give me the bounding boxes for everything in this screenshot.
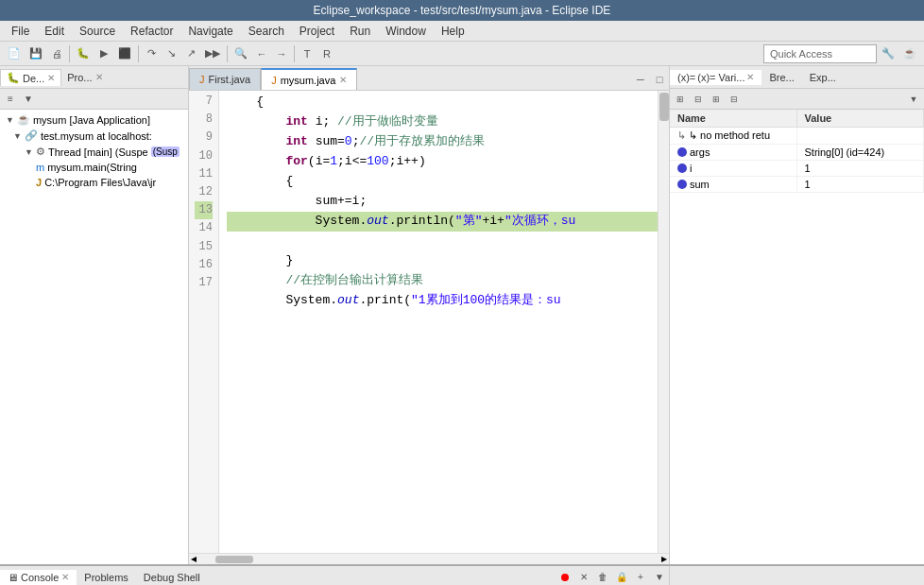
editor-tab-minimize[interactable]: ─ [631, 69, 650, 90]
bottom-panel-inner: 🖥 Console ✕ Problems Debug Shell ✕ 🗑 🔒 +… [0, 566, 924, 585]
menu-navigate[interactable]: Navigate [180, 23, 240, 40]
tb-step-into[interactable]: ↘ [162, 43, 180, 64]
hscroll-track [197, 556, 661, 563]
tb-perspective2[interactable]: ☕ [899, 43, 920, 64]
tree-item-mysum-app[interactable]: ☕ mysum [Java Application] [2, 112, 186, 128]
rt-btn2[interactable]: ⊟ [690, 91, 707, 108]
menu-bar: File Edit Source Refactor Navigate Searc… [0, 21, 924, 42]
ln-8: 8 [195, 111, 213, 129]
vars-row-i[interactable]: i 1 [670, 161, 924, 177]
left-tab-project-close[interactable]: ✕ [95, 72, 103, 82]
vars-val-2: 1 [797, 161, 925, 176]
right-tab-vars-label: (x)= Vari... [697, 72, 744, 83]
left-tabs: 🐛 De... ✕ Pro... ✕ [0, 66, 188, 89]
console-tab-console[interactable]: 🖥 Console ✕ [0, 570, 77, 585]
tree-item-jre-path[interactable]: C:\Program Files\Java\jr [2, 175, 186, 190]
tb-print-btn[interactable]: 🖨 [47, 43, 66, 64]
tb-sep3 [227, 45, 228, 62]
menu-project[interactable]: Project [292, 23, 342, 40]
right-tab-breakpoints[interactable]: Bre... [761, 70, 801, 85]
menu-help[interactable]: Help [434, 23, 472, 40]
tb-step-over[interactable]: ↷ [142, 43, 161, 64]
tree-item-test-mysum[interactable]: 🔗 test.mysum at localhost: [2, 128, 186, 144]
editor-tab-mysum-close[interactable]: ✕ [339, 75, 347, 85]
lt-collapse-btn[interactable]: ≡ [2, 91, 19, 108]
code-line-10: for(i=1;i<=100;i++) [227, 152, 661, 172]
console-scroll-lock[interactable]: 🔒 [612, 568, 631, 586]
ln-10: 10 [195, 147, 213, 165]
vars-row-sum[interactable]: sum 1 [670, 177, 924, 193]
tb-sep1 [69, 45, 70, 62]
menu-file[interactable]: File [4, 23, 37, 40]
editor-tab-first[interactable]: J First.java [189, 68, 261, 90]
vars-row-args[interactable]: args String[0] (id=424) [670, 145, 924, 161]
menu-window[interactable]: Window [378, 23, 434, 40]
ln-15: 15 [195, 238, 213, 256]
console-tab-problems[interactable]: Problems [77, 570, 135, 585]
code-vscrollbar[interactable] [658, 91, 669, 553]
tb-perspective1[interactable]: 🔧 [878, 43, 898, 64]
console-tabs: 🖥 Console ✕ Problems Debug Shell ✕ 🗑 🔒 +… [0, 566, 669, 585]
left-tab-project[interactable]: Pro... ✕ [61, 70, 108, 85]
menu-refactor[interactable]: Refactor [123, 23, 180, 40]
right-tab-variables[interactable]: (x)= (x)= Vari... ✕ [670, 70, 761, 85]
console-tab-debug-shell[interactable]: Debug Shell [136, 570, 208, 585]
right-tab-expressions[interactable]: Exp... [802, 70, 844, 85]
editor-tab-mysum[interactable]: J mysum.java ✕ [261, 68, 357, 90]
rt-btn3[interactable]: ⊞ [708, 91, 725, 108]
tb-new-btn[interactable]: 📄 [4, 43, 25, 64]
main-layout: 🐛 De... ✕ Pro... ✕ ≡ ▼ ☕ mysum [Java App… [0, 66, 924, 564]
console-clear-btn[interactable]: 🗑 [593, 568, 612, 586]
tb-debug-btn[interactable]: 🐛 [73, 43, 94, 64]
hscroll-right[interactable]: ▶ [661, 555, 667, 563]
code-editor[interactable]: { int i; //用于做临时变量 int sum=0;//用于存放累加的结果… [219, 91, 669, 553]
console-tab-close[interactable]: ✕ [61, 572, 69, 582]
tree-item-mysum-main[interactable]: mysum.main(String [2, 160, 186, 175]
menu-edit[interactable]: Edit [37, 23, 72, 40]
console-new-btn[interactable]: + [631, 568, 650, 586]
bottom-panel: 🖥 Console ✕ Problems Debug Shell ✕ 🗑 🔒 +… [0, 564, 924, 585]
var-icon-args [677, 147, 687, 157]
scroll-thumb [659, 93, 669, 121]
console-close-btn[interactable]: ✕ [574, 568, 593, 586]
rt-menu-btn[interactable]: ▼ [905, 91, 922, 108]
editor-tab-maximize[interactable]: □ [650, 69, 669, 90]
menu-run[interactable]: Run [342, 23, 378, 40]
tb-back-btn[interactable]: ← [252, 43, 271, 64]
left-tab-debug-label: De... [23, 73, 44, 84]
ln-17: 17 [195, 274, 213, 292]
tree-label-4: C:\Program Files\Java\jr [44, 177, 156, 188]
console-menu-btn[interactable]: ▼ [650, 568, 669, 586]
rt-btn4[interactable]: ⊟ [726, 91, 743, 108]
tb-forward-btn[interactable]: → [272, 43, 291, 64]
tb-save-btn[interactable]: 💾 [26, 43, 46, 64]
vars-header: Name Value [670, 110, 924, 128]
debug-shell-tab-label: Debug Shell [144, 572, 200, 583]
code-hscrollbar[interactable]: ◀ ▶ [189, 553, 669, 564]
tb-resume[interactable]: ▶▶ [201, 43, 224, 64]
left-tab-debug[interactable]: 🐛 De... ✕ [0, 69, 61, 86]
lt-dropdown-btn[interactable]: ▼ [20, 91, 37, 108]
right-tab-vars-close[interactable]: ✕ [746, 72, 754, 82]
var-name-1-text: args [690, 146, 710, 158]
tree-item-thread-main[interactable]: ⚙ Thread [main] (Suspe (Susp [2, 144, 186, 160]
rt-btn1[interactable]: ⊞ [672, 91, 689, 108]
ln-14: 14 [195, 219, 213, 237]
tb-stop-btn[interactable]: ⬛ [114, 43, 135, 64]
quick-access-box: Quick Access [763, 44, 877, 63]
tb-step-out[interactable]: ↗ [181, 43, 200, 64]
menu-source[interactable]: Source [72, 23, 123, 40]
code-line-17: System.out.print("1累加到100的结果是：su [227, 291, 661, 311]
menu-search[interactable]: Search [241, 23, 292, 40]
left-tab-debug-icon: 🐛 [7, 72, 20, 84]
ln-7: 7 [195, 93, 213, 111]
console-terminate-btn[interactable] [556, 568, 574, 586]
vars-val-0 [797, 128, 925, 144]
tb-open-res[interactable]: R [317, 43, 336, 64]
left-tab-debug-close[interactable]: ✕ [47, 73, 55, 83]
tb-open-type[interactable]: T [298, 43, 317, 64]
tb-search-btn[interactable]: 🔍 [231, 43, 251, 64]
vars-name-2: i [670, 161, 797, 176]
tb-run-btn[interactable]: ▶ [94, 43, 113, 64]
tb-sep4 [294, 45, 295, 62]
